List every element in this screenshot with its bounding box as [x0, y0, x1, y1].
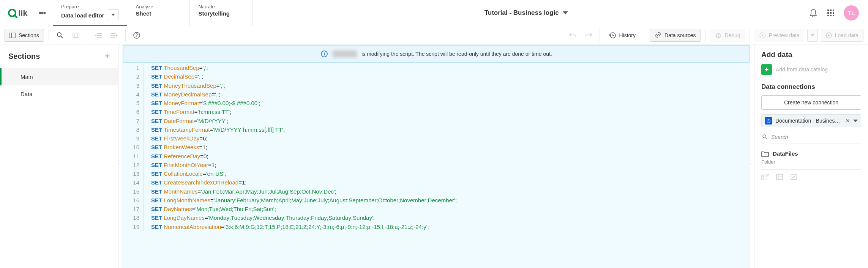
svg-point-34 — [762, 35, 763, 36]
code-line[interactable]: SET BrokenWeeks=1; — [144, 143, 207, 151]
add-from-catalog-button[interactable]: + Add from data catalog — [761, 64, 861, 75]
svg-rect-40 — [762, 175, 767, 180]
chevron-down-icon — [111, 14, 115, 16]
line-number: 4 — [122, 90, 144, 99]
qlik-logo: lik — [8, 8, 34, 18]
add-from-catalog-label: Add from data catalog — [776, 66, 828, 73]
redo-button[interactable] — [582, 29, 595, 42]
search-button[interactable] — [54, 29, 66, 42]
edit-connection-icon[interactable] — [790, 173, 798, 180]
code-line[interactable]: SET DayNames='Mon;Tue;Wed;Thu;Fri;Sat;Su… — [144, 205, 276, 213]
more-icon[interactable]: ••• — [39, 8, 45, 18]
code-line[interactable]: SET ThousandSep=','; — [144, 63, 208, 72]
code-line[interactable]: SET CollationLocale='en-US'; — [144, 169, 226, 178]
code-line[interactable]: SET MoneyDecimalSep='.'; — [144, 90, 220, 99]
select-data-icon[interactable] — [761, 173, 769, 180]
app-launcher-button[interactable] — [826, 8, 835, 17]
preview-data-button[interactable]: Preview data — [754, 29, 804, 42]
debug-button[interactable]: Debug — [710, 29, 745, 42]
preview-dropdown-button[interactable] — [807, 29, 818, 42]
preview-label: Preview data — [769, 32, 800, 38]
app-title-area[interactable]: Tutorial - Business logic — [253, 0, 800, 26]
svg-line-16 — [74, 34, 75, 37]
tab-analyze[interactable]: Analyze Sheet — [127, 0, 190, 26]
notifications-button[interactable] — [809, 8, 818, 17]
user-avatar[interactable]: TL — [844, 5, 859, 20]
data-sources-button[interactable]: Data sources — [650, 29, 701, 42]
svg-line-14 — [61, 36, 63, 38]
resize-handle-right[interactable]: ⋮⋮ — [750, 44, 754, 268]
code-line[interactable]: SET CreateSearchIndexOnReload=1; — [144, 178, 246, 187]
svg-rect-46 — [791, 174, 796, 180]
section-item-data[interactable]: Data — [0, 85, 118, 102]
undo-button[interactable] — [566, 29, 579, 42]
code-editor[interactable]: 1SET ThousandSep=',';2SET DecimalSep='.'… — [122, 63, 750, 268]
comment-button[interactable] — [69, 29, 82, 42]
play-icon — [826, 32, 832, 38]
code-line[interactable]: SET FirstWeekDay=6; — [144, 134, 208, 143]
folder-icon — [761, 151, 769, 157]
code-line[interactable]: SET DateFormat='M/D/YYYY'; — [144, 117, 228, 125]
svg-line-31 — [716, 36, 716, 37]
section-item-main[interactable]: Main — [0, 68, 118, 85]
svg-point-13 — [57, 33, 61, 36]
connection-search[interactable]: Search — [761, 131, 861, 143]
tab-prepare[interactable]: Prepare Data load editor — [53, 0, 127, 26]
code-line[interactable]: SET MoneyThousandSep=','; — [144, 81, 225, 90]
insert-script-icon[interactable] — [776, 173, 783, 180]
redacted-user — [333, 50, 357, 57]
history-button[interactable]: History — [604, 29, 640, 42]
connection-chip[interactable]: ◷ Documentation - Business Logic ... ✕ — [761, 114, 861, 127]
help-button[interactable]: ? — [130, 29, 143, 42]
code-line[interactable]: SET LongDayNames='Monday;Tuesday;Wednesd… — [144, 213, 375, 222]
sections-toggle-button[interactable]: Sections — [5, 29, 44, 42]
code-line[interactable]: SET MoneyFormat='$ ###0.00;-$ ###0.00'; — [144, 99, 260, 107]
code-line[interactable]: SET FirstMonthOfYear=1; — [144, 161, 216, 169]
svg-rect-2 — [827, 9, 829, 11]
main-row: Sections + Main Data ⋮⋮ i is modifying t… — [0, 44, 868, 268]
line-number: 2 — [122, 72, 144, 81]
redo-icon — [585, 33, 592, 38]
create-connection-button[interactable]: Create new connection — [761, 95, 861, 110]
code-line[interactable]: SET TimeFormat='h:mm:ss TT'; — [144, 107, 231, 116]
line-number: 7 — [122, 117, 144, 125]
outdent-button[interactable] — [92, 29, 105, 42]
resize-handle-left[interactable]: ⋮⋮ — [118, 44, 122, 268]
datafiles-item[interactable]: DataFiles — [761, 149, 861, 158]
divider — [125, 29, 126, 42]
topbar-right: TL — [800, 0, 868, 26]
code-line[interactable]: SET MonthNames='Jan;Feb;Mar;Apr;May;Jun;… — [144, 187, 336, 196]
add-section-button[interactable]: + — [105, 51, 110, 61]
line-number: 11 — [122, 152, 144, 161]
tab-analyze-value: Sheet — [136, 10, 181, 17]
load-data-button[interactable]: Load data — [821, 29, 863, 42]
divider — [705, 29, 706, 42]
datafiles-type: Folder — [761, 159, 861, 165]
plus-icon: + — [761, 64, 772, 75]
debug-label: Debug — [725, 32, 740, 38]
code-line[interactable]: SET TimestampFormat='M/D/YYYY h:mm:ss[.f… — [144, 125, 285, 134]
sections-header: Sections + — [0, 44, 118, 68]
line-number: 18 — [122, 213, 144, 222]
svg-text:lik: lik — [18, 8, 28, 18]
line-number: 1 — [122, 63, 144, 72]
code-line[interactable]: SET LongMonthNames='January;February;Mar… — [144, 196, 457, 205]
search-icon — [762, 134, 768, 140]
info-icon: i — [320, 50, 328, 58]
connection-tools — [761, 169, 861, 180]
space-icon: ◷ — [765, 117, 772, 125]
grid-icon — [827, 9, 835, 17]
sections-title: Sections — [8, 52, 40, 61]
prepare-dropdown-button[interactable] — [108, 9, 118, 20]
remove-connection-button[interactable]: ✕ — [846, 118, 850, 124]
code-line[interactable]: SET DecimalSep='.'; — [144, 72, 203, 81]
divider — [49, 29, 49, 42]
connection-name: Documentation - Business Logic ... — [775, 118, 843, 124]
code-line[interactable]: SET NumericalAbbreviation='3:k;6:M;9:G;1… — [144, 222, 429, 231]
code-line[interactable]: SET ReferenceDay=0; — [144, 152, 208, 161]
app-title: Tutorial - Business logic — [485, 9, 559, 17]
tab-narrate[interactable]: Narrate Storytelling — [190, 0, 253, 26]
indent-button[interactable] — [108, 29, 121, 42]
chevron-down-icon — [563, 11, 568, 14]
bell-icon — [810, 9, 817, 17]
